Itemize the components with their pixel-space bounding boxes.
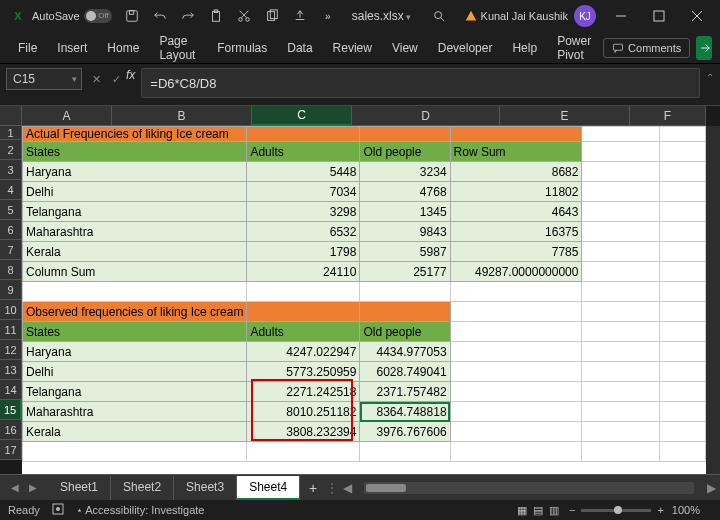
scroll-right-icon[interactable]: ▶ (702, 481, 720, 495)
views-normal-icon[interactable]: ▦ (517, 504, 527, 517)
column-header-B[interactable]: B (112, 106, 252, 126)
search-icon[interactable] (425, 0, 453, 32)
tab-insert[interactable]: Insert (47, 35, 97, 61)
cell-B5[interactable]: 3298 (247, 202, 360, 222)
cell-D5[interactable]: 4643 (450, 202, 582, 222)
cell-B8[interactable]: 24110 (247, 262, 360, 282)
row-header-3[interactable]: 3 (0, 160, 22, 180)
sheet-tab-sheet4[interactable]: Sheet4 (237, 476, 300, 500)
column-header-F[interactable]: F (630, 106, 706, 126)
cell-B11[interactable]: Adults (247, 322, 360, 342)
cell-C7[interactable]: 5987 (360, 242, 450, 262)
cell-C12[interactable]: 4434.977053 (360, 342, 450, 362)
column-header-A[interactable]: A (22, 106, 112, 126)
cell-B16[interactable]: 3808.232394 (247, 422, 360, 442)
cell-D3[interactable]: 8682 (450, 162, 582, 182)
cell-F15[interactable] (659, 402, 705, 422)
tab-home[interactable]: Home (97, 35, 149, 61)
cell-F4[interactable] (659, 182, 705, 202)
accessibility-status[interactable]: ⋆ Accessibility: Investigate (76, 504, 205, 517)
cell-A7[interactable]: Kerala (23, 242, 247, 262)
cell-A3[interactable]: Haryana (23, 162, 247, 182)
formula-input[interactable]: =D6*C8/D8 (141, 68, 700, 98)
cell-B12[interactable]: 4247.022947 (247, 342, 360, 362)
views-page-icon[interactable]: ▤ (533, 504, 543, 517)
cell-E12[interactable] (582, 342, 659, 362)
cell-F1[interactable] (659, 127, 705, 142)
row-header-17[interactable]: 17 (0, 440, 22, 460)
cell-E4[interactable] (582, 182, 659, 202)
cell-D17[interactable] (450, 442, 582, 462)
row-header-10[interactable]: 10 (0, 300, 22, 320)
row-header-14[interactable]: 14 (0, 380, 22, 400)
cell-C6[interactable]: 9843 (360, 222, 450, 242)
cell-C8[interactable]: 25177 (360, 262, 450, 282)
cell-D11[interactable] (450, 322, 582, 342)
cell-E13[interactable] (582, 362, 659, 382)
cell-E7[interactable] (582, 242, 659, 262)
close-button[interactable] (678, 0, 716, 32)
touch-icon[interactable] (286, 0, 314, 32)
views-break-icon[interactable]: ▥ (549, 504, 559, 517)
cell-B14[interactable]: 2271.242518 (247, 382, 360, 402)
cut-icon[interactable] (230, 0, 258, 32)
cell-C9[interactable] (360, 282, 450, 302)
cell-C5[interactable]: 1345 (360, 202, 450, 222)
cell-B10[interactable] (247, 302, 360, 322)
cell-C15[interactable]: 8364.748818 (360, 402, 450, 422)
tab-page-layout[interactable]: Page Layout (149, 28, 207, 68)
share-button[interactable] (696, 36, 712, 60)
scroll-left-icon[interactable]: ◀ (338, 481, 356, 495)
cell-F7[interactable] (659, 242, 705, 262)
tab-developer[interactable]: Developer (428, 35, 503, 61)
autosave-toggle[interactable]: Off (84, 9, 112, 23)
cell-A13[interactable]: Delhi (23, 362, 247, 382)
zoom-out-button[interactable]: − (569, 504, 575, 516)
row-header-12[interactable]: 12 (0, 340, 22, 360)
cell-E11[interactable] (582, 322, 659, 342)
cell-D1[interactable] (450, 127, 582, 142)
cell-B13[interactable]: 5773.250959 (247, 362, 360, 382)
zoom-slider[interactable] (581, 509, 651, 512)
expand-formula-bar-icon[interactable]: ⌃ (706, 72, 714, 83)
sheet-tab-sheet3[interactable]: Sheet3 (174, 476, 237, 500)
row-header-5[interactable]: 5 (0, 200, 22, 220)
cell-A14[interactable]: Telangana (23, 382, 247, 402)
column-header-E[interactable]: E (500, 106, 630, 126)
cell-A8[interactable]: Column Sum (23, 262, 247, 282)
cell-B15[interactable]: 8010.251182 (247, 402, 360, 422)
cell-F16[interactable] (659, 422, 705, 442)
cell-A16[interactable]: Kerala (23, 422, 247, 442)
name-box[interactable]: C15▾ (6, 68, 82, 90)
column-header-C[interactable]: C (252, 106, 352, 126)
cell-C4[interactable]: 4768 (360, 182, 450, 202)
cell-F13[interactable] (659, 362, 705, 382)
cell-E15[interactable] (582, 402, 659, 422)
cell-B2[interactable]: Adults (247, 142, 360, 162)
row-header-4[interactable]: 4 (0, 180, 22, 200)
tab-review[interactable]: Review (323, 35, 382, 61)
cell-C13[interactable]: 6028.749041 (360, 362, 450, 382)
cell-E17[interactable] (582, 442, 659, 462)
tab-view[interactable]: View (382, 35, 428, 61)
cell-D8[interactable]: 49287.0000000000 (450, 262, 582, 282)
cell-D2[interactable]: Row Sum (450, 142, 582, 162)
cell-D7[interactable]: 7785 (450, 242, 582, 262)
cell-C3[interactable]: 3234 (360, 162, 450, 182)
cell-C10[interactable] (360, 302, 450, 322)
cell-B1[interactable] (247, 127, 360, 142)
row-header-9[interactable]: 9 (0, 280, 22, 300)
cell-E6[interactable] (582, 222, 659, 242)
cell-F2[interactable] (659, 142, 705, 162)
tab-data[interactable]: Data (277, 35, 322, 61)
user-account[interactable]: Kunal Jai Kaushik KJ (465, 5, 596, 27)
maximize-button[interactable] (640, 0, 678, 32)
column-header-D[interactable]: D (352, 106, 500, 126)
cell-F3[interactable] (659, 162, 705, 182)
macro-record-icon[interactable] (52, 503, 64, 517)
cell-E10[interactable] (582, 302, 659, 322)
qat-overflow-icon[interactable]: » (314, 0, 342, 32)
cell-D4[interactable]: 11802 (450, 182, 582, 202)
cell-D12[interactable] (450, 342, 582, 362)
cell-D14[interactable] (450, 382, 582, 402)
